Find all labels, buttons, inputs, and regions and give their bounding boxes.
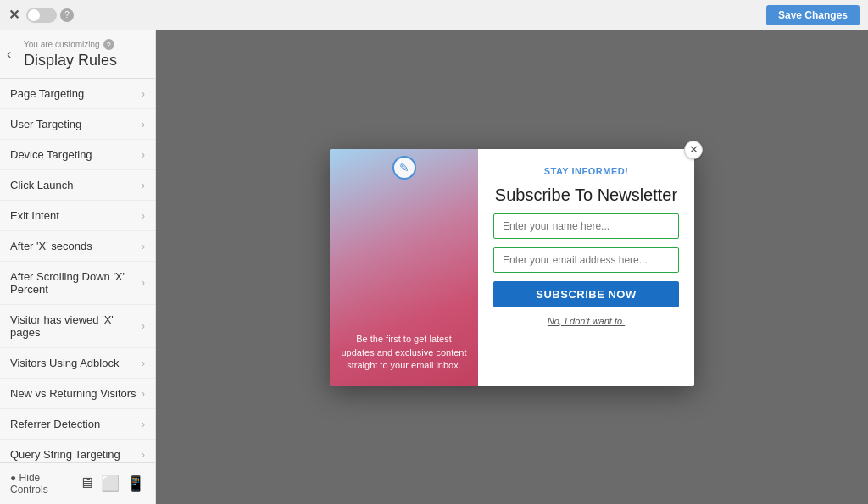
back-arrow-icon[interactable]: ‹ [7,47,11,62]
save-button[interactable]: Save Changes [766,5,860,25]
sidebar-item-label: After Scrolling Down 'X' Percent [10,270,142,296]
popup-stay-informed: STAY INFORMED! [493,166,679,176]
sidebar-item-visitors-adblock[interactable]: Visitors Using Adblock› [0,348,155,379]
toggle-knob [28,9,40,21]
customizing-help-icon[interactable]: ? [103,39,114,50]
chevron-icon: › [142,149,145,161]
toggle-switch[interactable] [26,8,57,23]
hide-controls-button[interactable]: ● Hide Controls [10,472,72,496]
sidebar-item-label: Click Launch [10,179,73,191]
sidebar-item-page-targeting[interactable]: Page Targeting› [0,79,155,109]
main-content: ✕ ✎ Be the first to get latest updates a… [156,30,868,504]
sidebar-item-after-x-seconds[interactable]: After 'X' seconds› [0,231,155,262]
popup-left-panel: ✎ Be the first to get latest updates and… [330,149,478,386]
display-rules-title: Display Rules [24,52,145,69]
chevron-icon: › [142,449,145,461]
chevron-icon: › [142,418,145,430]
chevron-icon: › [142,357,145,369]
popup-subscribe-button[interactable]: SUBSCRIBE NOW [493,281,679,307]
toggle-wrap: ? [26,8,74,23]
sidebar-bottom: ● Hide Controls 🖥 ⬜ 📱 [0,462,155,504]
sidebar-item-label: Device Targeting [10,148,92,161]
chevron-icon: › [142,88,145,100]
hide-icon: ● [10,472,16,484]
toggle-help-icon[interactable]: ? [60,8,74,22]
sidebar-item-after-scrolling[interactable]: After Scrolling Down 'X' Percent› [0,262,155,305]
chevron-icon: › [142,320,145,332]
close-icon[interactable]: ✕ [8,7,19,23]
sidebar-item-label: Visitor has viewed 'X' pages [10,313,142,339]
sidebar-item-label: User Targeting [10,118,81,130]
popup-close-button[interactable]: ✕ [684,141,703,159]
popup-edit-button[interactable]: ✎ [392,156,416,180]
popup: ✎ Be the first to get latest updates and… [330,149,694,386]
sidebar-item-label: Query String Targeting [10,448,120,461]
sidebar-item-visitor-viewed-pages[interactable]: Visitor has viewed 'X' pages› [0,305,155,348]
sidebar-item-referrer-detection[interactable]: Referrer Detection› [0,409,155,440]
popup-no-thanks[interactable]: No, I don't want to. [493,316,679,326]
tablet-icon[interactable]: ⬜ [101,474,120,493]
sidebar-item-exit-intent[interactable]: Exit Intent› [0,201,155,231]
popup-left-text: Be the first to get latest updates and e… [340,333,468,372]
chevron-icon: › [142,241,145,252]
desktop-icon[interactable]: 🖥 [79,474,94,493]
sidebar-item-label: After 'X' seconds [10,240,92,252]
sidebar-item-new-vs-returning[interactable]: New vs Returning Visitors› [0,379,155,409]
customizing-label: You are customizing ? [24,39,145,50]
mobile-icon[interactable]: 📱 [126,474,145,493]
chevron-icon: › [142,210,145,222]
chevron-icon: › [142,388,145,400]
popup-right-panel: STAY INFORMED! Subscribe To Newsletter S… [478,149,694,386]
popup-email-input[interactable] [493,247,679,273]
sidebar-item-query-string[interactable]: Query String Targeting› [0,440,155,462]
sidebar: ‹ You are customizing ? Display Rules Pa… [0,30,156,504]
sidebar-item-label: Exit Intent [10,209,59,222]
sidebar-item-label: New vs Returning Visitors [10,387,136,400]
device-icons: 🖥 ⬜ 📱 [79,474,145,493]
sidebar-item-label: Page Targeting [10,87,84,100]
sidebar-item-device-targeting[interactable]: Device Targeting› [0,140,155,170]
sidebar-item-label: Referrer Detection [10,418,100,430]
modal-wrapper: ✕ ✎ Be the first to get latest updates a… [330,149,694,386]
popup-name-input[interactable] [493,213,679,239]
chevron-icon: › [142,277,145,289]
menu-list: Page Targeting›User Targeting›Device Tar… [0,79,155,462]
chevron-icon: › [142,180,145,191]
chevron-icon: › [142,119,145,130]
sidebar-item-click-launch[interactable]: Click Launch› [0,170,155,201]
sidebar-item-label: Visitors Using Adblock [10,357,119,369]
sidebar-header: ‹ You are customizing ? Display Rules [0,30,155,79]
sidebar-item-user-targeting[interactable]: User Targeting› [0,109,155,140]
top-bar: ✕ ? Save Changes [0,0,868,30]
popup-title: Subscribe To Newsletter [493,185,679,205]
